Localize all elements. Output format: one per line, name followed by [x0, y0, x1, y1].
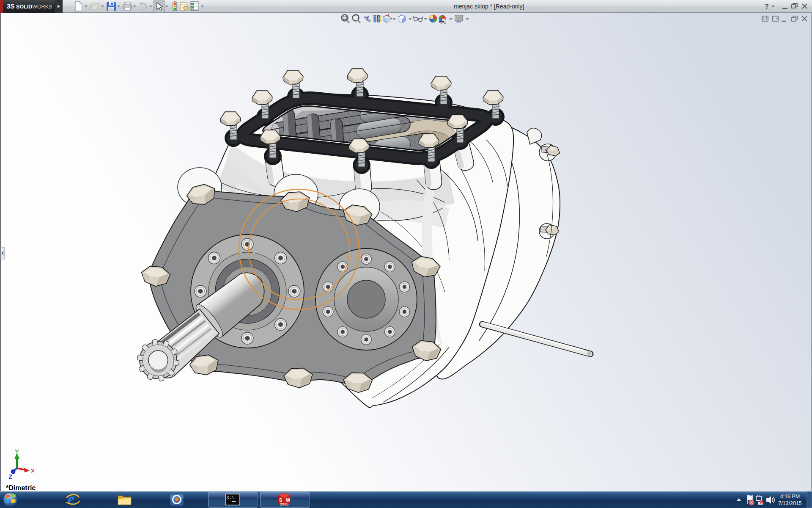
svg-text:3S: 3S — [6, 3, 15, 10]
svg-text:e: e — [68, 491, 74, 508]
svg-text:SOLIDWORKS: SOLIDWORKS — [16, 4, 52, 10]
svg-text:*Dimetric: *Dimetric — [6, 484, 36, 491]
svg-text:2015: 2015 — [280, 502, 288, 506]
svg-text:menjac sklop * [Read-only]: menjac sklop * [Read-only] — [454, 3, 524, 10]
svg-text:C:\: C:\ — [227, 496, 234, 500]
svg-text:7/13/2015: 7/13/2015 — [778, 500, 802, 506]
svg-text:?: ? — [765, 3, 769, 10]
svg-text:4:16 PM: 4:16 PM — [780, 494, 800, 500]
